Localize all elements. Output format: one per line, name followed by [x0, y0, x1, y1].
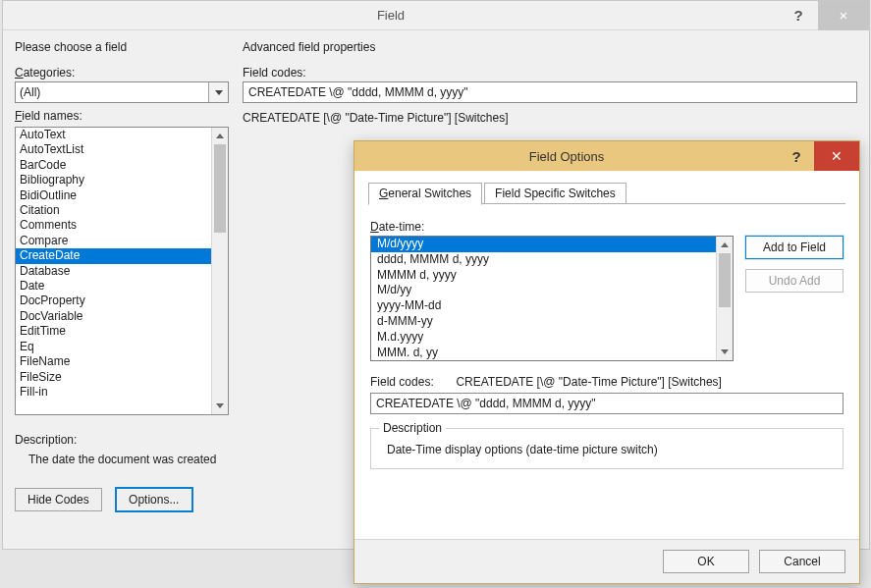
fieldcodes-syntax: CREATEDATE [\@ "Date-Time Picture"] [Swi…	[243, 111, 857, 125]
choose-field-column: Please choose a field Categories: (All) …	[15, 40, 229, 539]
help-button[interactable]: ?	[779, 1, 818, 30]
options-button[interactable]: Options...	[116, 488, 192, 511]
description-area: Description: The date the document was c…	[15, 433, 229, 466]
fieldcodes-label: Field codes:	[243, 66, 857, 80]
scrollbar-thumb[interactable]	[719, 253, 731, 307]
choose-field-heading: Please choose a field	[15, 40, 229, 54]
options-fieldcodes-label: Field codes:	[370, 375, 434, 389]
fieldnames-item[interactable]: Date	[16, 279, 211, 294]
categories-label: Categories:	[15, 66, 229, 80]
fieldnames-item[interactable]: FileSize	[16, 370, 211, 385]
datetime-item[interactable]: d-MMM-yy	[371, 314, 716, 330]
description-text: The date the document was created	[28, 453, 229, 466]
options-fieldcodes-syntax: CREATEDATE [\@ "Date-Time Picture"] [Swi…	[456, 375, 722, 389]
fieldnames-item[interactable]: BidiOutline	[16, 188, 211, 203]
datetime-item[interactable]: dddd, MMMM d, yyyy	[371, 252, 716, 268]
fieldnames-item[interactable]: DocVariable	[16, 309, 211, 324]
fieldnames-scrollbar[interactable]	[211, 128, 228, 414]
fieldcodes-input[interactable]: CREATEDATE \@ "dddd, MMMM d, yyyy"	[243, 81, 857, 103]
options-description-legend: Description	[379, 421, 446, 435]
tab-field-specific-switches[interactable]: Field Specific Switches	[484, 183, 626, 204]
scroll-down-button[interactable]	[212, 398, 228, 414]
scrollbar-track[interactable]	[212, 144, 228, 398]
fieldnames-label: Field names:	[15, 109, 229, 123]
scrollbar-track[interactable]	[717, 253, 733, 344]
fieldnames-item[interactable]: Bibliography	[16, 173, 211, 187]
scroll-down-button[interactable]	[717, 344, 733, 360]
datetime-item[interactable]: M/d/yy	[371, 283, 716, 298]
datetime-item[interactable]: MMMM d, yyyy	[371, 268, 716, 284]
categories-value: (All)	[20, 85, 40, 99]
options-help-button[interactable]: ?	[779, 141, 814, 171]
scroll-up-button[interactable]	[717, 237, 733, 253]
chevron-up-icon	[216, 134, 224, 138]
tab-general-switches[interactable]: General Switches	[368, 183, 482, 205]
options-fieldcodes-input[interactable]: CREATEDATE \@ "dddd, MMMM d, yyyy"	[370, 393, 844, 414]
fieldnames-item[interactable]: Fill-in	[16, 385, 211, 400]
datetime-item[interactable]: MMM. d, yy	[371, 346, 716, 361]
options-close-button[interactable]: ✕	[814, 141, 859, 171]
fieldnames-item[interactable]: Citation	[16, 203, 211, 218]
fieldnames-item[interactable]: Eq	[16, 340, 211, 354]
fieldnames-item[interactable]: EditTime	[16, 324, 211, 339]
tab-general-content: Date-time: M/d/yyyydddd, MMMM d, yyyyMMM…	[368, 204, 845, 539]
datetime-label: Date-time:	[370, 220, 844, 234]
chevron-up-icon	[721, 242, 729, 247]
field-titlebar: Field ? ×	[3, 1, 869, 30]
scrollbar-thumb[interactable]	[214, 144, 226, 233]
fieldnames-item[interactable]: AutoText	[16, 128, 211, 142]
advanced-heading: Advanced field properties	[243, 40, 857, 54]
options-titlebar: Field Options ? ✕	[354, 141, 859, 171]
field-dialog-title: Field	[3, 8, 779, 23]
add-to-field-button[interactable]: Add to Field	[745, 236, 844, 259]
options-tabstrip: General Switches Field Specific Switches	[368, 181, 845, 204]
fieldnames-listbox[interactable]: AutoTextAutoTextListBarCodeBibliographyB…	[15, 127, 229, 415]
description-label: Description:	[15, 433, 229, 447]
categories-dropdown-button[interactable]	[208, 82, 228, 102]
chevron-down-icon	[721, 349, 729, 354]
undo-add-button[interactable]: Undo Add	[745, 269, 844, 293]
categories-combobox[interactable]: (All)	[15, 81, 229, 103]
datetime-scrollbar[interactable]	[716, 237, 733, 360]
fieldnames-item[interactable]: AutoTextList	[16, 142, 211, 157]
datetime-item[interactable]: yyyy-MM-dd	[371, 298, 716, 314]
options-body: General Switches Field Specific Switches…	[354, 171, 859, 539]
options-footer: OK Cancel	[354, 539, 859, 583]
fieldnames-item[interactable]: Database	[16, 264, 211, 279]
ok-button[interactable]: OK	[663, 550, 749, 573]
field-options-dialog: Field Options ? ✕ General Switches Field…	[354, 140, 860, 584]
datetime-item[interactable]: M.d.yyyy	[371, 330, 716, 346]
close-button[interactable]: ×	[818, 1, 869, 30]
chevron-down-icon	[215, 90, 223, 95]
scroll-up-button[interactable]	[212, 128, 228, 144]
chevron-down-icon	[216, 403, 224, 408]
cancel-button[interactable]: Cancel	[759, 550, 845, 573]
fieldnames-item[interactable]: FileName	[16, 354, 211, 369]
hide-codes-button[interactable]: Hide Codes	[15, 488, 102, 511]
options-description-group: Description Date-Time display options (d…	[370, 428, 844, 469]
options-dialog-title: Field Options	[354, 149, 779, 164]
fieldnames-item[interactable]: CreateDate	[16, 248, 211, 263]
options-description-text: Date-Time display options (date-time pic…	[387, 443, 833, 456]
fieldnames-item[interactable]: DocProperty	[16, 294, 211, 308]
fieldnames-item[interactable]: Comments	[16, 218, 211, 233]
datetime-listbox[interactable]: M/d/yyyydddd, MMMM d, yyyyMMMM d, yyyyM/…	[370, 236, 734, 361]
fieldnames-item[interactable]: Compare	[16, 234, 211, 248]
fieldnames-item[interactable]: BarCode	[16, 158, 211, 173]
datetime-item[interactable]: M/d/yyyy	[371, 237, 716, 252]
